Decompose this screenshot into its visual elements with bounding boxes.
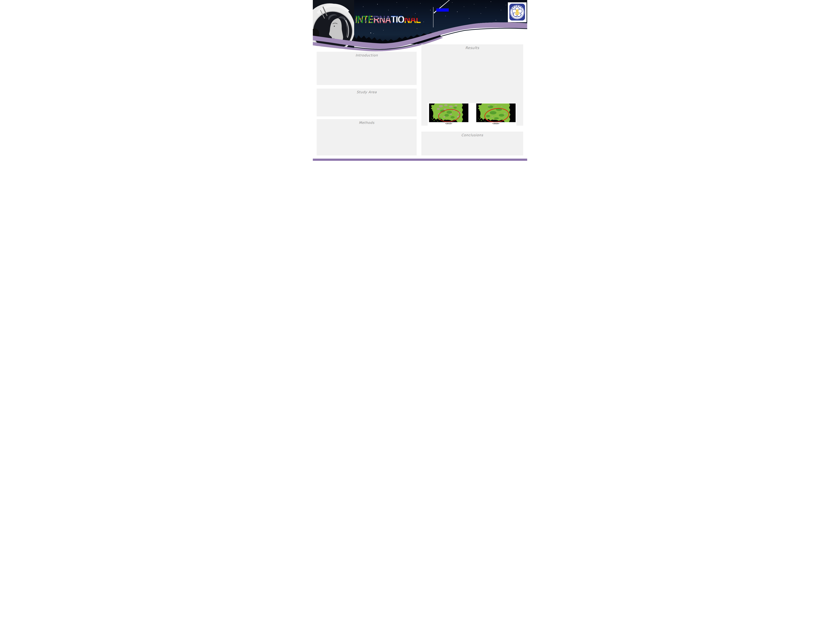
title-letter: N	[357, 14, 363, 25]
title-letter: A	[385, 14, 391, 25]
section-title-introduction: Introduction	[317, 52, 417, 57]
map-label-2015: <2015>	[429, 122, 468, 124]
header-divider-line	[433, 7, 434, 28]
section-methods: Methods	[317, 119, 417, 155]
section-title-study-area: Study Area	[317, 88, 417, 94]
title-letter: L	[416, 14, 421, 25]
title-letter: T	[363, 14, 368, 25]
map-label-2020: <2020>	[476, 122, 515, 124]
title-letter: O	[398, 14, 404, 25]
title-letter: I	[355, 14, 357, 25]
school-logo: 효 암 고 등 학 교 HYOAM HIGH SCHOOL	[508, 2, 527, 22]
title-letter: N	[404, 14, 410, 25]
section-study-area: Study Area	[317, 88, 417, 116]
title-letter: R	[373, 14, 379, 25]
results-figures-band: <2015> <2020>	[428, 103, 516, 126]
title-letter: A	[410, 14, 416, 25]
footer-bar	[313, 158, 527, 161]
section-conclusions: Conclusions	[421, 132, 523, 155]
satellite-map-2020	[476, 103, 515, 122]
poster: INTERNATIONAL 효 암 고 등 학 교 HYOAM HIGH SCH…	[313, 0, 527, 161]
title-letter: I	[396, 14, 398, 25]
section-title-conclusions: Conclusions	[421, 132, 523, 137]
poster-title: INTERNATIONAL	[355, 14, 421, 23]
title-letter: E	[368, 14, 373, 25]
title-letter: T	[391, 14, 396, 25]
title-letter: N	[379, 14, 385, 25]
section-title-results: Results	[421, 44, 523, 50]
satellite-map-2015	[429, 103, 468, 122]
blue-banner	[436, 8, 449, 11]
section-title-methods: Methods	[317, 119, 417, 125]
section-introduction: Introduction	[317, 52, 417, 85]
